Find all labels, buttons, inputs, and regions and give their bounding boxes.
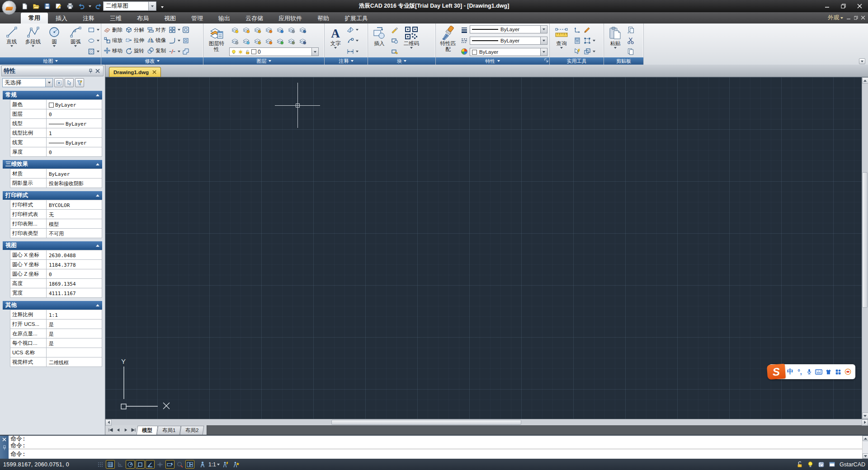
layout-nav-last-icon[interactable] xyxy=(130,427,137,433)
region-button[interactable] xyxy=(181,37,190,45)
property-value[interactable]: ByLayer xyxy=(47,169,102,178)
command-scroll-up-icon[interactable] xyxy=(863,436,868,441)
hint-bulb-icon[interactable] xyxy=(807,461,814,468)
array-dropdown-icon[interactable] xyxy=(178,29,180,31)
attr-manage-button[interactable] xyxy=(390,47,399,56)
drawing-canvas[interactable]: Y S 中 °, xyxy=(105,77,862,419)
property-value[interactable]: 1869.1354 xyxy=(47,279,102,288)
boundary-button[interactable] xyxy=(181,47,190,56)
panel-title-clipboard[interactable]: 剪贴板 xyxy=(604,57,643,65)
file-tab[interactable]: Drawing1.dwg xyxy=(109,67,161,77)
vertical-scrollbar[interactable] xyxy=(862,77,868,419)
property-value[interactable]: 0 xyxy=(47,269,102,278)
cut-button[interactable] xyxy=(626,37,635,45)
arc-button[interactable]: 圆弧 xyxy=(66,24,86,57)
save-button[interactable] xyxy=(42,1,52,11)
copy-base-button[interactable] xyxy=(626,26,635,34)
layout-tab-2[interactable]: 布局2 xyxy=(180,426,204,435)
hatch-dropdown-icon[interactable] xyxy=(97,51,99,52)
palette-pin-icon[interactable] xyxy=(87,67,94,75)
ime-logo-icon[interactable]: S xyxy=(767,364,786,380)
command-scrollbar[interactable] xyxy=(862,436,868,459)
property-value[interactable]: 4111.1167 xyxy=(47,288,102,297)
layer-merge-button[interactable] xyxy=(286,37,297,46)
palette-section-header-0[interactable]: 常规 xyxy=(3,91,102,99)
leader-button[interactable] xyxy=(346,37,355,45)
palette-close-icon[interactable] xyxy=(94,67,101,75)
ribbon-collapse-button[interactable] xyxy=(859,58,865,64)
property-value[interactable]: 二维线框 xyxy=(47,357,102,367)
horizontal-scroll-thumb[interactable] xyxy=(331,420,521,425)
ime-chinese-mode-button[interactable]: 中 xyxy=(785,368,795,376)
ucs-button[interactable] xyxy=(573,26,582,34)
annotation-update-icon[interactable] xyxy=(231,460,241,469)
clock-icon[interactable] xyxy=(818,461,825,468)
offset-button[interactable] xyxy=(181,26,190,34)
scroll-left-icon[interactable] xyxy=(105,419,112,426)
layer-unisolate-button[interactable] xyxy=(274,25,285,35)
colorwheel-button[interactable] xyxy=(460,47,469,56)
attr-edit-button[interactable] xyxy=(390,37,399,45)
ribbon-tab-8[interactable]: 云存储 xyxy=(238,13,271,24)
coordinate-display[interactable]: 1599.8167, 2060.0751, 0 xyxy=(0,461,96,468)
selection-filter-dropdown-icon[interactable] xyxy=(45,79,52,87)
panel-title-annotate[interactable]: 注释 xyxy=(325,57,368,65)
palette-section-header-4[interactable]: 其他 xyxy=(3,301,102,310)
copy-clip-button[interactable] xyxy=(626,47,635,56)
ime-emoji-icon[interactable] xyxy=(843,368,853,375)
ellipse-dropdown-icon[interactable] xyxy=(97,40,99,42)
layout-nav-prev-icon[interactable] xyxy=(115,427,122,433)
rotate-button[interactable]: 旋转 xyxy=(124,46,145,55)
layout-tab-0[interactable]: 模型 xyxy=(137,426,158,435)
layer-properties-button[interactable]: 图层特性 xyxy=(205,24,228,57)
layer-states-button[interactable] xyxy=(297,25,308,35)
appearance-menu[interactable]: 外观 xyxy=(828,14,843,22)
calculator-button[interactable] xyxy=(573,37,582,45)
lineweight-dropdown-icon[interactable] xyxy=(540,26,547,33)
polar-toggle[interactable] xyxy=(126,460,135,469)
insert-block-button[interactable]: 插入 xyxy=(369,24,389,57)
object-snap-toggle[interactable] xyxy=(136,460,145,469)
property-value[interactable]: ByLayer xyxy=(47,138,102,147)
property-value[interactable]: ByLayer xyxy=(47,100,102,109)
property-value[interactable]: BYCOLOR xyxy=(47,200,102,209)
clean-screen-icon[interactable] xyxy=(829,461,835,468)
attr-define-button[interactable] xyxy=(390,26,399,34)
ribbon-tab-1[interactable]: 插入 xyxy=(48,13,75,24)
property-value[interactable]: 0 xyxy=(47,109,102,118)
stretch-button[interactable]: 拉伸 xyxy=(124,36,145,45)
doc-close-button[interactable] xyxy=(861,16,865,20)
break-dropdown-icon[interactable] xyxy=(178,51,180,52)
layer-thaw-button[interactable] xyxy=(241,25,251,35)
object-track-toggle[interactable] xyxy=(146,460,155,469)
palette-section-header-3[interactable]: 视图 xyxy=(3,241,102,250)
ribbon-tab-9[interactable]: 应用软件 xyxy=(271,13,310,24)
viewport-select-button[interactable] xyxy=(583,37,592,45)
ime-keyboard-icon[interactable] xyxy=(814,369,824,375)
rect-button[interactable] xyxy=(87,26,96,34)
layer-previous-button[interactable] xyxy=(286,25,297,35)
scroll-right-icon[interactable] xyxy=(862,419,868,426)
color-dropdown-icon[interactable] xyxy=(540,48,547,56)
scale-button[interactable]: 缩放 xyxy=(103,36,123,45)
layer-off-button[interactable] xyxy=(229,37,240,46)
ribbon-tab-7[interactable]: 输出 xyxy=(211,13,238,24)
property-value[interactable] xyxy=(47,348,102,357)
crosshair-toggle[interactable] xyxy=(156,460,165,469)
interface-lock-icon[interactable] xyxy=(796,461,803,468)
ribbon-tab-11[interactable]: 扩展工具 xyxy=(337,13,376,24)
snap-toggle[interactable] xyxy=(96,460,105,469)
dimension-button[interactable] xyxy=(346,47,355,56)
layer-current-button[interactable] xyxy=(263,37,274,46)
layer-unlock-button[interactable] xyxy=(252,25,263,35)
dimension-dropdown-icon[interactable] xyxy=(356,51,359,52)
doc-restore-button[interactable] xyxy=(854,16,858,20)
array-button[interactable] xyxy=(168,26,177,34)
qrcode-button[interactable]: 二维码 xyxy=(400,24,423,57)
align-button[interactable]: 对齐 xyxy=(146,25,167,34)
layer-freeze-button[interactable] xyxy=(241,37,251,46)
lineweight-combo[interactable]: ByLayer xyxy=(470,25,547,33)
mirror-button[interactable]: 镜像 xyxy=(146,36,167,45)
ime-toolbox-icon[interactable] xyxy=(833,369,843,375)
circle-button[interactable]: 圆 xyxy=(44,24,65,57)
